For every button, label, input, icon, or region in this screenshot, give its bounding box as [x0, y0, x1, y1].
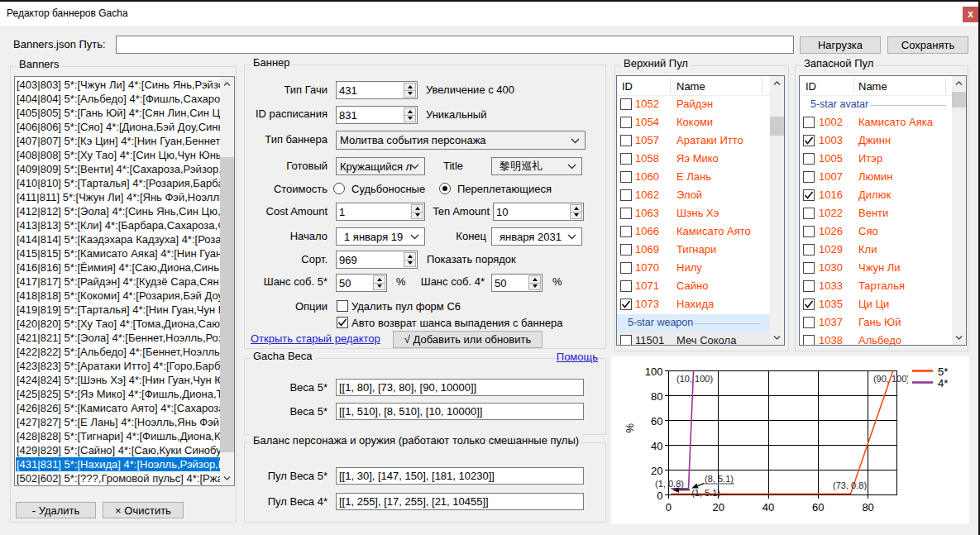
- banner-list-item[interactable]: [415|815] 5*:[Камисато Аяка] 4*:[Нин Гуа…: [16, 246, 220, 260]
- column-id[interactable]: ID: [806, 80, 816, 93]
- banner-list-item[interactable]: [404|804] 5*:[Альбедо] 4*:[Фишль,Сахароз…: [16, 92, 220, 106]
- spin-down-button[interactable]: [373, 283, 385, 291]
- prefab-combobox[interactable]: Кружащийся л: [336, 157, 425, 175]
- pool-item-row[interactable]: 1060Е Лань: [617, 169, 770, 187]
- spin-down-button[interactable]: [404, 90, 416, 98]
- open-old-editor-link[interactable]: Открыть старый редактор: [251, 332, 380, 345]
- banner-list-item[interactable]: [421|821] 5*:[Эола] 4*:[Беннет,Ноэлль,Ро…: [16, 331, 220, 345]
- unchecked-checkbox[interactable]: [803, 244, 815, 256]
- cost-amount-spinner[interactable]: 1: [336, 203, 425, 221]
- spin-down-button[interactable]: [404, 115, 416, 123]
- spin-down-button[interactable]: [411, 212, 423, 220]
- unchecked-checkbox[interactable]: [620, 98, 632, 110]
- end-datepicker[interactable]: января 2031: [491, 227, 582, 246]
- banner-list-item[interactable]: [424|824] 5*:[Шэнь Хэ] 4*:[Нин Гуан,Чун …: [16, 373, 220, 387]
- upper-pool-listview[interactable]: ID Name 1052Райдэн1054Кокоми1057Аратаки …: [616, 75, 785, 346]
- banner-list-item[interactable]: [414|814] 5*:[Каэдэхара Кадзуха] 4*:[Роз…: [16, 232, 220, 246]
- unchecked-checkbox[interactable]: [620, 117, 632, 128]
- checked-checkbox[interactable]: [803, 189, 815, 201]
- spin-down-button[interactable]: [528, 283, 541, 291]
- weights4-input[interactable]: [[1, 510], [8, 510], [10, 10000]]: [336, 403, 584, 420]
- unchecked-checkbox[interactable]: [803, 153, 815, 165]
- pool-item-row[interactable]: 1066Камисато Аято: [617, 223, 770, 241]
- unchecked-checkbox[interactable]: [620, 171, 632, 183]
- pool-item-row[interactable]: 1035Ци Ци: [800, 296, 952, 314]
- banner-list-item[interactable]: [407|807] 5*:[Кэ Цин] 4*:[Нин Гуан,Бенне…: [16, 134, 220, 148]
- clear-banners-button[interactable]: × Очистить: [103, 502, 184, 518]
- banner-list-item[interactable]: [406|806] 5*:[Сяо] 4*:[Диона,Бэй Доу,Син…: [16, 120, 220, 134]
- column-id[interactable]: ID: [622, 80, 633, 93]
- unchecked-checkbox[interactable]: [620, 226, 632, 237]
- pool-item-row[interactable]: 1026Сяо: [800, 223, 952, 241]
- banner-list-item[interactable]: [411|811] 5*:[Чжун Ли] 4*:[Янь Фэй,Ноэлл…: [16, 190, 220, 204]
- auto-return-checkbox[interactable]: [337, 317, 348, 328]
- schedule-id-spinner[interactable]: 831: [336, 106, 418, 124]
- pool-item-row[interactable]: 1033Тарталья: [800, 278, 952, 296]
- unchecked-checkbox[interactable]: [620, 153, 632, 165]
- unchecked-checkbox[interactable]: [803, 171, 815, 183]
- weights5-input[interactable]: [[1, 80], [73, 80], [90, 10000]]: [336, 379, 584, 396]
- save-button[interactable]: Сохранять: [887, 36, 968, 54]
- scroll-down-button[interactable]: [770, 331, 784, 345]
- unchecked-checkbox[interactable]: [620, 189, 632, 201]
- banner-list-item[interactable]: [412|812] 5*:[Эола] 4*:[Синь Янь,Син Цю,…: [16, 204, 220, 218]
- banner-list-item[interactable]: [418|818] 5*:[Кокоми] 4*:[Розария,Бэй До…: [16, 289, 220, 303]
- unchecked-checkbox[interactable]: [803, 117, 815, 128]
- cost-radio-fate[interactable]: [333, 183, 345, 194]
- pool-item-row[interactable]: 1022Венти: [800, 205, 952, 223]
- banner-list-item[interactable]: [426|826] 5*:[Камисато Аято] 4*:[Сахароз…: [16, 401, 220, 415]
- unchecked-checkbox[interactable]: [620, 262, 632, 274]
- path-input[interactable]: [116, 36, 794, 54]
- pool-item-row[interactable]: 1063Шэнь Хэ: [617, 205, 770, 223]
- banner-list-item[interactable]: [405|805] 5*:[Гань Юй] 4*:[Сян Лин,Син Ц…: [16, 106, 220, 120]
- pool-item-row[interactable]: 1005Итэр: [800, 150, 952, 169]
- unchecked-checkbox[interactable]: [620, 208, 632, 219]
- scrollbar-thumb[interactable]: [220, 157, 234, 452]
- upper-pool-scrollbar[interactable]: [770, 76, 784, 345]
- spin-down-button[interactable]: [570, 212, 582, 220]
- pool-item-row[interactable]: 1071Сайно: [617, 278, 770, 296]
- banner-list-item[interactable]: [425|825] 5*:[Яэ Мико] 4*:[Фишль,Диона,Т…: [16, 387, 220, 401]
- banner-list-item[interactable]: [420|820] 5*:[Ху Тао] 4*:[Тома,Диона,Саю…: [16, 317, 220, 331]
- unchecked-checkbox[interactable]: [803, 208, 815, 219]
- scroll-up-button[interactable]: [952, 76, 966, 90]
- begin-datepicker[interactable]: 1 января 19: [336, 227, 425, 246]
- banner-list-item[interactable]: [410|810] 5*:[Тарталья] 4*:[Розария,Барб…: [16, 176, 220, 190]
- column-name[interactable]: Name: [676, 80, 705, 93]
- chance5-spinner[interactable]: 50: [336, 274, 387, 292]
- banners-listbox[interactable]: [403|803] 5*:[Чжун Ли] 4*:[Синь Янь,Рэйз…: [14, 76, 235, 486]
- cost-radio-intertwined[interactable]: [439, 183, 451, 194]
- group-header-row[interactable]: 5-star weapon: [617, 314, 770, 332]
- pool-item-row[interactable]: 1007Люмин: [800, 169, 952, 187]
- backup-pool-scrollbar[interactable]: [952, 76, 966, 345]
- unchecked-checkbox[interactable]: [803, 335, 815, 346]
- unchecked-checkbox[interactable]: [803, 280, 815, 292]
- unchecked-checkbox[interactable]: [803, 262, 815, 274]
- pool-item-row[interactable]: 1062Элой: [617, 187, 770, 205]
- unchecked-checkbox[interactable]: [620, 335, 632, 346]
- checked-checkbox[interactable]: [803, 299, 815, 310]
- add-update-button[interactable]: √ Добавить или обновить: [393, 331, 543, 348]
- pool-item-row[interactable]: 1057Аратаки Итто: [617, 132, 770, 150]
- column-name[interactable]: Name: [858, 80, 887, 93]
- banner-list-item[interactable]: [429|829] 5*:[Сайно] 4*:[Саю,Куки Синобу…: [16, 443, 220, 457]
- banner-list-item[interactable]: [408|808] 5*:[Ху Тао] 4*:[Син Цю,Чун Юнь…: [16, 148, 220, 162]
- unchecked-checkbox[interactable]: [803, 317, 815, 328]
- close-button[interactable]: x: [963, 7, 978, 22]
- banner-list-item[interactable]: [419|819] 5*:[Тарталья] 4*:[Нин Гуан,Чун…: [16, 303, 220, 317]
- chance4-spinner[interactable]: 50: [491, 274, 543, 292]
- checked-checkbox[interactable]: [620, 299, 632, 310]
- pool-item-row[interactable]: 1029Кли: [800, 241, 952, 260]
- pool-item-row[interactable]: 1002Камисато Аяка: [800, 114, 952, 132]
- pool-item-row[interactable]: 1073Нахида: [617, 296, 770, 314]
- ten-amount-spinner[interactable]: 10: [493, 203, 584, 221]
- pool-item-row[interactable]: 1037Гань Юй: [800, 314, 952, 332]
- title-combobox[interactable]: 黎明巡礼: [491, 157, 582, 175]
- banner-list-item[interactable]: [423|823] 5*:[Аратаки Итто] 4*:[Горо,Бар…: [16, 359, 220, 373]
- banner-type-combobox[interactable]: Молитва события персонажа: [336, 131, 586, 150]
- scroll-down-button[interactable]: [952, 331, 966, 345]
- pool-item-row[interactable]: 1052Райдэн: [617, 96, 770, 114]
- unchecked-checkbox[interactable]: [803, 226, 815, 237]
- banner-list-item[interactable]: [409|809] 5*:[Венти] 4*:[Сахароза,Рэйзор…: [16, 162, 220, 176]
- pool-weights5-input[interactable]: [[1, 30], [147, 150], [181, 10230]]: [336, 467, 584, 485]
